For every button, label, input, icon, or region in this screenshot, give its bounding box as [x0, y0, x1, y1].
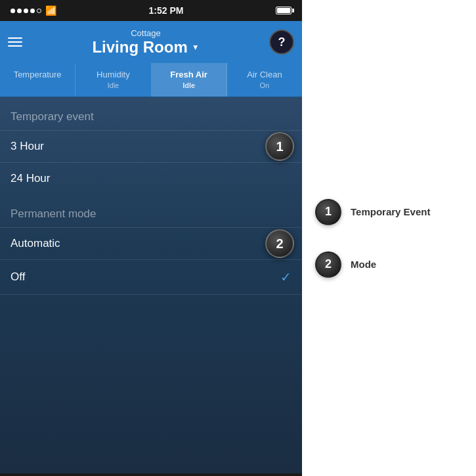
status-bar-left: 📶	[11, 5, 56, 16]
list-item-off[interactable]: Off ✓	[0, 259, 302, 295]
list-item-3hour[interactable]: 3 Hour 1	[0, 130, 302, 162]
wifi-icon: 📶	[45, 5, 56, 16]
tab-freshair-sub: Idle	[154, 81, 224, 90]
tab-bar: Temperature Humidity Idle Fresh Air Idle…	[0, 63, 302, 97]
legend-badge-2: 2	[315, 251, 341, 278]
dot-5	[37, 9, 41, 13]
help-button[interactable]: ?	[269, 30, 294, 54]
header-title: Living Room	[92, 38, 187, 56]
menu-line-3	[8, 45, 22, 47]
header-center: Cottage Living Room ▼	[92, 28, 199, 56]
tab-airclean[interactable]: Air Clean On	[227, 63, 302, 97]
header-title-row: Living Room ▼	[92, 38, 199, 56]
header: Cottage Living Room ▼ ?	[0, 21, 302, 63]
tab-freshair-label: Fresh Air	[154, 70, 224, 81]
tab-humidity[interactable]: Humidity Idle	[76, 63, 151, 97]
tab-airclean-sub: On	[230, 81, 299, 90]
tab-humidity-label: Humidity	[78, 70, 148, 81]
phone-frame: 📶 1:52 PM Cottage Living Room ▼ ? Temper…	[0, 0, 302, 476]
legend-area: 1 Temporary Event 2 Mode	[302, 0, 476, 476]
header-subtitle: Cottage	[92, 28, 199, 38]
content-area: Temporary event 3 Hour 1 24 Hour Permane…	[0, 97, 302, 473]
list-item-automatic-label: Automatic	[11, 237, 60, 250]
legend-item-1: 1 Temporary Event	[315, 199, 463, 225]
legend-badge-1: 1	[315, 199, 341, 225]
checkmark-icon: ✓	[280, 269, 292, 285]
dot-2	[17, 9, 22, 13]
list-item-24hour-label: 24 Hour	[11, 172, 50, 185]
list-item-off-label: Off	[11, 270, 25, 284]
section-header-permanent: Permanent mode	[0, 194, 302, 227]
badge-2: 2	[265, 229, 294, 258]
list-item-3hour-label: 3 Hour	[11, 140, 44, 153]
status-time: 1:52 PM	[149, 5, 184, 16]
tab-airclean-label: Air Clean	[230, 70, 299, 81]
legend-label-2: Mode	[351, 259, 376, 270]
tab-humidity-sub: Idle	[78, 81, 148, 90]
dot-1	[11, 9, 15, 13]
section-header-temporary: Temporary event	[0, 97, 302, 130]
dropdown-arrow-icon[interactable]: ▼	[192, 43, 200, 52]
list-item-automatic[interactable]: Automatic 2	[0, 227, 302, 259]
menu-line-1	[8, 37, 22, 39]
menu-line-2	[8, 41, 22, 43]
dot-3	[24, 9, 28, 13]
legend-item-2: 2 Mode	[315, 251, 463, 278]
signal-dots	[11, 9, 41, 13]
badge-1: 1	[265, 132, 294, 161]
status-bar-right	[276, 7, 292, 14]
tab-freshair[interactable]: Fresh Air Idle	[152, 63, 227, 97]
menu-button[interactable]	[8, 37, 22, 47]
dot-4	[30, 9, 35, 13]
list-item-24hour[interactable]: 24 Hour	[0, 162, 302, 194]
battery-fill	[277, 8, 290, 13]
tab-temperature-label: Temperature	[3, 70, 72, 81]
battery-icon	[276, 7, 292, 14]
tab-temperature[interactable]: Temperature	[0, 63, 76, 97]
status-bar: 📶 1:52 PM	[0, 0, 302, 21]
legend-label-1: Temporary Event	[351, 206, 430, 217]
